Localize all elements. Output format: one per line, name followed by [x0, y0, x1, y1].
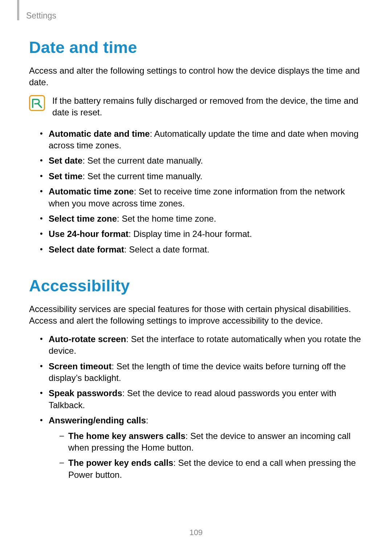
sub-list-item: The home key answers calls: Set the devi… — [60, 430, 363, 454]
list-item: Use 24-hour format: Display time in 24-h… — [40, 228, 363, 240]
list-item: Screen timeout: Set the length of time t… — [40, 361, 363, 384]
item-desc: : Select a date format. — [124, 245, 209, 254]
item-desc: : Set the current time manually. — [82, 171, 202, 181]
item-label: Auto-rotate screen — [49, 334, 126, 344]
item-label: Screen timeout — [49, 361, 111, 371]
sub-item-label: The power key ends calls — [68, 458, 173, 468]
document-page: Settings Date and time Access and alter … — [0, 0, 392, 554]
list-item: Select date format: Select a date format… — [40, 244, 363, 255]
item-desc: : Set the home time zone. — [117, 214, 216, 223]
note-text: If the battery remains fully discharged … — [52, 95, 363, 119]
note-box: If the battery remains fully discharged … — [29, 95, 363, 119]
item-desc: : Display time in 24-hour format. — [128, 229, 252, 239]
intro-accessibility: Accessibility services are special featu… — [29, 303, 363, 327]
list-item: Set date: Set the current date manually. — [40, 155, 363, 167]
item-label: Use 24-hour format — [49, 229, 128, 239]
page-content: Date and time Access and alter the follo… — [29, 0, 363, 481]
item-label: Speak passwords — [49, 388, 122, 398]
accessibility-options-list: Auto-rotate screen: Set the interface to… — [29, 333, 363, 481]
list-item: Answering/ending calls: The home key ans… — [40, 415, 363, 481]
section-label: Settings — [26, 11, 56, 21]
svg-rect-0 — [30, 95, 45, 110]
sub-list-item: The power key ends calls: Set the device… — [60, 457, 363, 481]
page-number: 109 — [0, 528, 392, 537]
item-label: Answering/ending calls — [49, 415, 146, 425]
list-item: Automatic time zone: Set to receive time… — [40, 186, 363, 209]
list-item: Set time: Set the current time manually. — [40, 171, 363, 182]
item-desc: : — [146, 415, 148, 425]
item-label: Set date — [49, 156, 82, 165]
note-icon — [29, 95, 45, 111]
heading-date-and-time: Date and time — [29, 38, 363, 57]
item-label: Set time — [49, 171, 82, 181]
intro-date-and-time: Access and alter the following settings … — [29, 65, 363, 89]
item-desc: : Set the current date manually. — [82, 156, 203, 165]
list-item: Auto-rotate screen: Set the interface to… — [40, 333, 363, 357]
sub-list: The home key answers calls: Set the devi… — [49, 430, 363, 481]
heading-accessibility: Accessibility — [29, 276, 363, 295]
sub-item-label: The home key answers calls — [68, 431, 185, 441]
list-item: Select time zone: Set the home time zone… — [40, 213, 363, 225]
item-label: Select date format — [49, 245, 124, 254]
list-item: Automatic date and time: Automatically u… — [40, 128, 363, 152]
item-label: Select time zone — [49, 214, 117, 223]
section-marker — [17, 0, 19, 20]
list-item: Speak passwords: Set the device to read … — [40, 387, 363, 411]
item-label: Automatic time zone — [49, 186, 134, 196]
date-time-options-list: Automatic date and time: Automatically u… — [29, 128, 363, 256]
item-label: Automatic date and time — [49, 129, 150, 139]
